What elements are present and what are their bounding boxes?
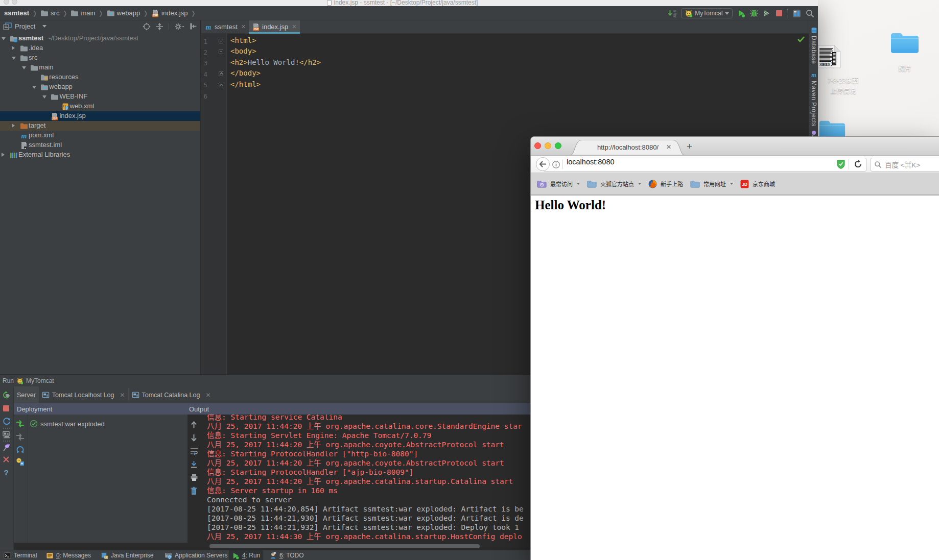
tool-button-maven[interactable]: m Maven Projects xyxy=(809,71,818,127)
browser-tab[interactable]: http://localhost:8080/ ✕ xyxy=(570,140,685,155)
close-button[interactable] xyxy=(534,142,541,149)
update-bits-icon[interactable]: 011001 xyxy=(668,9,676,18)
desktop-folder-photos[interactable] xyxy=(890,31,920,55)
run-tab-Tomcat-Catalina-Log[interactable]: Tomcat Catalina Log✕ xyxy=(129,386,214,403)
run-configuration-selector[interactable]: MyTomcat xyxy=(681,8,733,18)
tree-item-pom.xml[interactable]: mpom.xml xyxy=(0,131,200,140)
site-info-icon[interactable] xyxy=(552,161,560,168)
tree-item-resources[interactable]: resources xyxy=(0,72,200,82)
bookmark-最常访问[interactable]: 最常访问 xyxy=(537,180,580,188)
coverage-button[interactable] xyxy=(763,9,771,17)
tree-item-.idea[interactable]: .idea xyxy=(0,43,200,53)
tab-close-icon[interactable]: ✕ xyxy=(292,23,296,30)
tree-item-index.jsp[interactable]: JSPindex.jsp xyxy=(0,111,200,121)
tree-item-ssmtest.iml[interactable]: ssmtest.iml xyxy=(0,140,200,150)
help-icon[interactable]: ? xyxy=(3,468,10,476)
redeploy-icon[interactable] xyxy=(3,417,11,425)
bookmark-京东商城[interactable]: JD京东商城 xyxy=(740,180,775,188)
tree-item-webapp[interactable]: webapp xyxy=(0,82,200,92)
status-bar-Application-Servers[interactable]: Application Servers xyxy=(161,550,230,560)
tree-expanded-arrow-icon[interactable] xyxy=(2,37,6,40)
project-panel-header[interactable]: Project xyxy=(0,20,200,32)
url-text[interactable]: localhost:8080 xyxy=(567,158,615,166)
print-icon[interactable] xyxy=(190,474,198,481)
close-icon[interactable] xyxy=(3,456,10,463)
tab-close-icon[interactable]: ✕ xyxy=(205,392,210,399)
new-tab-button[interactable]: + xyxy=(687,141,692,152)
editor-tab-ssmtest[interactable]: mssmtest✕ xyxy=(201,20,249,33)
tree-item-src[interactable]: src xyxy=(0,53,200,63)
fold-marker-icon[interactable] xyxy=(219,39,223,43)
debug-button[interactable] xyxy=(750,9,758,17)
breadcrumb-index.jsp[interactable]: JSPindex.jsp❯ xyxy=(151,9,199,17)
breadcrumb-webapp[interactable]: webapp❯ xyxy=(107,9,152,17)
tree-expanded-arrow-icon[interactable] xyxy=(22,66,26,69)
tree-item-ssmtest[interactable]: ssmtest~/Desktop/Project/java/ssmtest xyxy=(0,34,200,43)
rerun-server-icon[interactable] xyxy=(3,391,11,399)
status-bar-Run[interactable]: 4: Run xyxy=(229,550,263,560)
shield-icon[interactable] xyxy=(837,160,845,169)
edit-artifact-icon[interactable] xyxy=(16,457,25,466)
collapse-all-icon[interactable] xyxy=(156,22,163,31)
breadcrumb-src[interactable]: src❯ xyxy=(40,9,71,17)
clear-all-icon[interactable] xyxy=(190,486,198,495)
bookmark-新手上路[interactable]: 新手上路 xyxy=(648,180,683,188)
stop-button[interactable] xyxy=(776,10,783,17)
run-button[interactable] xyxy=(737,9,745,17)
locate-icon[interactable] xyxy=(143,22,151,31)
deployment-item[interactable]: ssmtest:war exploded xyxy=(30,420,105,428)
tab-close-icon[interactable]: ✕ xyxy=(241,23,246,30)
status-bar-Java-Enterprise[interactable]: EEJava Enterprise xyxy=(98,550,156,560)
deploy-icon[interactable] xyxy=(16,420,25,428)
inspection-ok-icon[interactable] xyxy=(797,36,805,42)
soft-wrap-icon[interactable] xyxy=(190,447,198,455)
tree-expanded-arrow-icon[interactable] xyxy=(32,86,36,89)
fold-end-marker-icon[interactable] xyxy=(219,83,223,87)
tree-collapsed-arrow-icon[interactable] xyxy=(2,153,5,157)
breadcrumb-main[interactable]: main❯ xyxy=(71,9,106,17)
pin-icon[interactable] xyxy=(3,443,11,452)
fold-marker-icon[interactable] xyxy=(219,50,223,54)
zoom-button[interactable] xyxy=(555,142,561,149)
tree-item-ExternalLibraries[interactable]: External Libraries xyxy=(0,150,200,160)
tree-item-main[interactable]: main xyxy=(0,63,200,72)
gear-icon[interactable] xyxy=(174,22,184,31)
tree-collapsed-arrow-icon[interactable] xyxy=(12,46,15,50)
tab-close-icon[interactable]: ✕ xyxy=(120,392,125,399)
pin-icon[interactable] xyxy=(809,130,818,136)
redeploy-artifact-icon[interactable] xyxy=(16,445,25,454)
desktop-document-icon[interactable]: XESX xyxy=(817,45,841,68)
tab-close-icon[interactable]: ✕ xyxy=(666,143,671,151)
run-tab-Tomcat-Localhost-Log[interactable]: Tomcat Localhost Log✕ xyxy=(39,386,128,403)
minimize-button[interactable] xyxy=(545,142,551,149)
tool-button-database[interactable]: Database xyxy=(809,27,818,64)
status-bar-Terminal[interactable]: Terminal xyxy=(1,550,40,560)
tree-expanded-arrow-icon[interactable] xyxy=(12,57,16,60)
bookmark-火狐官方站点[interactable]: 火狐官方站点 xyxy=(587,180,641,188)
stop-icon[interactable] xyxy=(3,405,10,412)
horizontal-scrollbar[interactable] xyxy=(209,544,480,548)
tree-item-target[interactable]: target xyxy=(0,121,200,131)
search-everywhere-icon[interactable] xyxy=(806,9,814,18)
hide-panel-icon[interactable] xyxy=(190,22,197,30)
tree-collapsed-arrow-icon[interactable] xyxy=(12,124,15,128)
tree-item-web.xml[interactable]: web.xml xyxy=(0,102,200,111)
editor-tab-index.jsp[interactable]: JSPindex.jsp✕ xyxy=(249,20,300,33)
scroll-to-end-icon[interactable] xyxy=(190,460,198,469)
tree-expanded-arrow-icon[interactable] xyxy=(42,95,46,99)
reload-icon[interactable] xyxy=(854,160,862,168)
dump-threads-icon[interactable] xyxy=(3,430,11,439)
run-tab-Server[interactable]: Server xyxy=(14,386,39,403)
search-box[interactable]: 百度 <⌘K> xyxy=(871,158,939,172)
back-button[interactable] xyxy=(536,157,550,171)
undeploy-icon[interactable] xyxy=(16,433,25,441)
status-bar-TODO[interactable]: 6: TODO xyxy=(266,550,307,560)
status-bar-Messages[interactable]: 0: Messages xyxy=(43,550,94,560)
fold-end-marker-icon[interactable] xyxy=(219,71,223,76)
down-stack-trace-icon[interactable] xyxy=(190,434,198,442)
bookmark-常用网址[interactable]: 常用网址 xyxy=(690,180,733,188)
dashboard-icon[interactable] xyxy=(792,9,801,18)
breadcrumb-ssmtest[interactable]: ssmtest❯ xyxy=(4,9,40,17)
up-stack-trace-icon[interactable] xyxy=(190,421,198,429)
tree-item-WEB-INF[interactable]: WEB-INF xyxy=(0,92,200,102)
